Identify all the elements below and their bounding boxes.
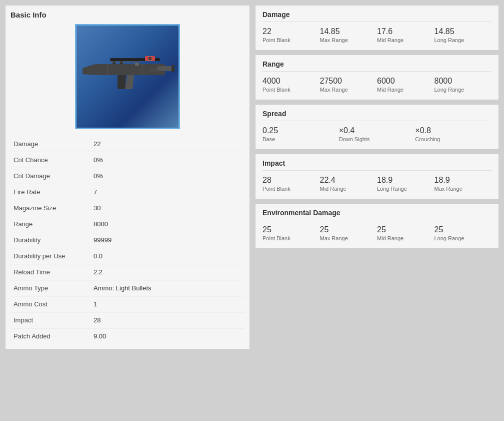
stat-cell: ×0.8 Crouching	[415, 126, 492, 142]
stat-label: Ammo Cost	[10, 296, 90, 312]
stat-cell: 28 Point Blank	[262, 176, 320, 192]
stat-value: 25	[434, 225, 492, 234]
stat-label: Max Range	[320, 37, 378, 43]
stat-label: Crit Chance	[10, 152, 90, 168]
stat-value: ×0.8	[415, 126, 492, 135]
stat-row: Ammo Type Ammo: Light Bullets	[10, 280, 244, 296]
card-range: Range 4000 Point Blank 27500 Max Range 6…	[255, 55, 499, 100]
stat-grid: 0.25 Base ×0.4 Down Sights ×0.8 Crouchin…	[262, 126, 492, 142]
stat-grid: 28 Point Blank 22.4 Mid Range 18.9 Long …	[262, 176, 492, 192]
stat-label: Point Blank	[262, 235, 320, 241]
stat-value: 14.85	[320, 27, 378, 36]
stat-cell: 27500 Max Range	[320, 77, 378, 93]
stat-label: Long Range	[434, 87, 492, 93]
stat-value: 2.2	[90, 264, 244, 280]
stat-value: 9.00	[90, 328, 244, 344]
gun-icon	[80, 54, 175, 99]
stat-label: Max Range	[434, 186, 492, 192]
gun-image-wrapper	[10, 24, 244, 129]
stat-label: Mid Range	[377, 87, 434, 93]
svg-rect-15	[111, 61, 141, 63]
left-panel: Basic Info	[5, 5, 250, 349]
stat-cell: ×0.4 Down Sights	[339, 126, 416, 142]
stat-cell: 14.85 Long Range	[434, 27, 492, 43]
card-title: Spread	[262, 110, 492, 121]
main-layout: Basic Info	[5, 5, 499, 349]
stat-label: Crouching	[415, 136, 492, 142]
stat-label: Max Range	[320, 87, 378, 93]
stat-value: 8000	[434, 77, 492, 86]
stat-row: Crit Chance 0%	[10, 152, 244, 168]
card-title: Environmental Damage	[262, 209, 492, 220]
stat-label: Crit Damage	[10, 168, 90, 184]
svg-rect-5	[158, 66, 174, 71]
stat-row: Ammo Cost 1	[10, 296, 244, 312]
stat-cell: 17.6 Mid Range	[377, 27, 434, 43]
stat-value: 0%	[90, 168, 244, 184]
stat-cell: 4000 Point Blank	[262, 77, 320, 93]
stat-grid: 22 Point Blank 14.85 Max Range 17.6 Mid …	[262, 27, 492, 43]
svg-rect-4	[95, 64, 165, 75]
stat-label: Fire Rate	[10, 184, 90, 200]
stat-label: Max Range	[320, 235, 378, 241]
card-spread: Spread 0.25 Base ×0.4 Down Sights ×0.8 C…	[255, 104, 499, 150]
stat-row: Damage 22	[10, 136, 244, 152]
stat-label: Long Range	[434, 37, 492, 43]
stat-value: 30	[90, 200, 244, 216]
stat-row: Reload Time 2.2	[10, 264, 244, 280]
stat-row: Fire Rate 7	[10, 184, 244, 200]
stat-label: Reload Time	[10, 264, 90, 280]
stat-cell: 8000 Long Range	[434, 77, 492, 93]
stat-label: Mid Range	[320, 186, 378, 192]
stat-row: Range 8000	[10, 216, 244, 232]
stat-label: Durability	[10, 232, 90, 248]
stat-value: 8000	[90, 216, 244, 232]
stat-row: Crit Damage 0%	[10, 168, 244, 184]
stat-value: 25	[320, 225, 378, 234]
stat-label: Point Blank	[262, 87, 320, 93]
stat-cell: 25 Point Blank	[262, 225, 320, 241]
stat-row: Durability 99999	[10, 232, 244, 248]
card-title: Damage	[262, 11, 492, 22]
stat-label: Durability per Use	[10, 248, 90, 264]
stat-label: Range	[10, 216, 90, 232]
stat-label: Long Range	[434, 235, 492, 241]
stat-value: ×0.4	[339, 126, 416, 135]
stat-label: Point Blank	[262, 37, 320, 43]
stat-cell: 18.9 Long Range	[377, 176, 434, 192]
stat-row: Patch Added 9.00	[10, 328, 244, 344]
stat-value: 17.6	[377, 27, 434, 36]
gun-image	[75, 24, 180, 129]
stat-label: Point Blank	[262, 186, 320, 192]
stat-label: Damage	[10, 136, 90, 152]
stat-value: 25	[377, 225, 434, 234]
svg-rect-8	[135, 63, 139, 66]
svg-rect-6	[172, 65, 174, 72]
stat-grid: 4000 Point Blank 27500 Max Range 6000 Mi…	[262, 77, 492, 93]
stat-value: Ammo: Light Bullets	[90, 280, 244, 296]
stat-value: 22	[90, 136, 244, 152]
card-title: Impact	[262, 159, 492, 171]
stat-row: Durability per Use 0.0	[10, 248, 244, 264]
stat-label: Down Sights	[339, 136, 416, 142]
card-damage: Damage 22 Point Blank 14.85 Max Range 17…	[255, 5, 499, 51]
stat-cell: 0.25 Base	[262, 126, 339, 142]
stat-value: 25	[262, 225, 320, 234]
stat-label: Impact	[10, 312, 90, 328]
stat-cell: 25 Long Range	[434, 225, 492, 241]
svg-point-3	[150, 58, 151, 60]
stat-cell: 14.85 Max Range	[320, 27, 378, 43]
stat-label: Mid Range	[377, 37, 434, 43]
stat-grid: 25 Point Blank 25 Max Range 25 Mid Range…	[262, 225, 492, 241]
stat-value: 28	[262, 176, 320, 185]
stat-label: Base	[262, 136, 339, 142]
stat-value: 14.85	[434, 27, 492, 36]
stat-label: Ammo Type	[10, 280, 90, 296]
stat-cell: 25 Mid Range	[377, 225, 434, 241]
stat-value: 7	[90, 184, 244, 200]
stat-value: 4000	[262, 77, 320, 86]
stat-label: Patch Added	[10, 328, 90, 344]
left-panel-title: Basic Info	[10, 11, 244, 19]
stat-label: Mid Range	[377, 235, 434, 241]
card-environmental-damage: Environmental Damage 25 Point Blank 25 M…	[255, 203, 499, 249]
